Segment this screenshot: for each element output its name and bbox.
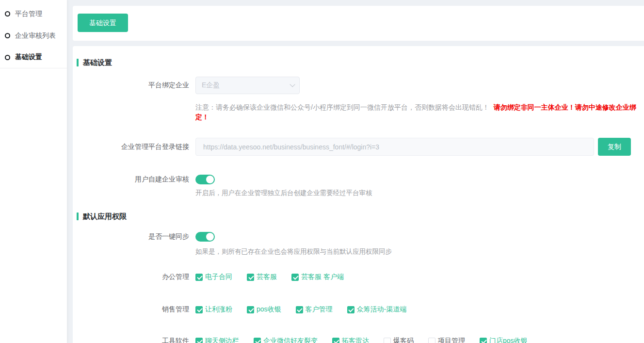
app-checkbox-label: 芸客服 bbox=[257, 273, 277, 281]
selected-company-value: E企盈 bbox=[202, 81, 290, 90]
sidebar-item-1[interactable]: 企业审核列表 bbox=[0, 25, 67, 47]
user-audit-label: 用户自建企业审核 bbox=[73, 175, 189, 184]
app-checkbox-item[interactable]: 众筹活动-渠道端 bbox=[347, 305, 407, 314]
section-accent-bar bbox=[77, 212, 79, 220]
app-checkbox-label: 众筹活动-渠道端 bbox=[357, 305, 407, 314]
checkbox-checked-icon bbox=[195, 306, 203, 313]
platform-company-label: 平台绑定企业 bbox=[73, 81, 189, 90]
app-checkbox-label: 让利涨粉 bbox=[205, 305, 232, 314]
checkbox-checked-icon bbox=[195, 274, 203, 281]
section-title-basic: 基础设置 bbox=[77, 59, 644, 66]
login-link-label: 企业管理平台登录链接 bbox=[73, 143, 189, 151]
one-key-sync-hint: 如果是，则所有已存在企业也会将应用权限与当前默认应用权限同步 bbox=[195, 247, 644, 256]
sidebar-item-2[interactable]: 基础设置 bbox=[0, 47, 67, 68]
app-checkbox-item[interactable]: 芸客服 客户端 bbox=[291, 273, 344, 281]
sidebar-item-label: 基础设置 bbox=[15, 53, 42, 62]
checkbox-unchecked-icon bbox=[384, 338, 391, 343]
checkbox-checked-icon bbox=[195, 338, 203, 343]
app-checkbox-item[interactable]: pos收银 bbox=[247, 305, 281, 314]
toolbar-card: 基础设置 bbox=[73, 6, 644, 41]
checkbox-checked-icon bbox=[291, 274, 299, 281]
binding-warning-note: 注意：请务必确保该企业微信和公众号/小程序绑定到同一微信开放平台，否则数据将会出… bbox=[195, 102, 644, 122]
app-checkbox-item[interactable]: 拓客雷达 bbox=[332, 337, 369, 343]
permission-group-label: 工具软件 bbox=[73, 337, 189, 343]
app-checkbox-list: 让利涨粉pos收银客户管理众筹活动-渠道端 bbox=[195, 305, 406, 314]
app-checkbox-item[interactable]: 电子合同 bbox=[195, 273, 232, 281]
platform-company-select[interactable]: E企盈 bbox=[195, 77, 300, 94]
app-checkbox-label: 聊天侧边栏 bbox=[205, 337, 239, 343]
app-checkbox-label: pos收银 bbox=[257, 305, 281, 314]
section-accent-bar bbox=[77, 59, 79, 66]
app-checkbox-list: 聊天侧边栏企业微信好友裂变拓客雷达爆客码项目管理门店pos收银 bbox=[195, 337, 528, 343]
checkbox-checked-icon bbox=[254, 338, 261, 343]
app-checkbox-label: 芸客服 客户端 bbox=[301, 273, 344, 281]
app-checkbox-item[interactable]: 项目管理 bbox=[428, 337, 465, 343]
app-checkbox-label: 爆客码 bbox=[393, 337, 414, 343]
section-title-permissions: 默认应用权限 bbox=[77, 212, 644, 220]
radio-circle-icon bbox=[5, 33, 10, 38]
user-audit-hint: 开启后，用户在企业管理独立后台创建企业需要经过平台审核 bbox=[195, 189, 644, 197]
app-checkbox-label: 拓客雷达 bbox=[342, 337, 369, 343]
one-key-sync-toggle[interactable] bbox=[195, 232, 215, 242]
permission-group-row: 工具软件聊天侧边栏企业微信好友裂变拓客雷达爆客码项目管理门店pos收银 bbox=[73, 336, 644, 343]
checkbox-checked-icon bbox=[332, 338, 339, 343]
login-link-row: 企业管理平台登录链接 复制 bbox=[73, 138, 644, 156]
app-checkbox-item[interactable]: 客户管理 bbox=[296, 305, 333, 314]
permission-group-row: 销售管理让利涨粉pos收银客户管理众筹活动-渠道端 bbox=[73, 305, 644, 314]
user-audit-toggle[interactable] bbox=[195, 175, 215, 184]
checkbox-checked-icon bbox=[247, 274, 254, 281]
basic-settings-tab-button[interactable]: 基础设置 bbox=[78, 14, 128, 32]
sidebar-item-label: 企业审核列表 bbox=[15, 32, 56, 40]
permission-group-label: 销售管理 bbox=[73, 305, 189, 314]
app-checkbox-item[interactable]: 爆客码 bbox=[384, 337, 414, 343]
sidebar-nav: 平台管理 企业审核列表 基础设置 bbox=[0, 0, 67, 343]
app-checkbox-item[interactable]: 门店pos收银 bbox=[480, 337, 528, 343]
permission-groups: 办公管理电子合同芸客服芸客服 客户端销售管理让利涨粉pos收银客户管理众筹活动-… bbox=[73, 272, 644, 343]
radio-circle-icon bbox=[5, 11, 10, 16]
checkbox-unchecked-icon bbox=[428, 338, 435, 343]
platform-company-row: 平台绑定企业 E企盈 bbox=[73, 77, 644, 94]
app-checkbox-label: 电子合同 bbox=[205, 273, 232, 281]
checkbox-checked-icon bbox=[296, 306, 303, 313]
checkbox-checked-icon bbox=[480, 338, 487, 343]
radio-circle-icon bbox=[5, 55, 10, 60]
app-checkbox-label: 项目管理 bbox=[438, 337, 465, 343]
one-key-sync-label: 是否一键同步 bbox=[73, 232, 189, 241]
app-checkbox-label: 客户管理 bbox=[306, 305, 333, 314]
checkbox-checked-icon bbox=[247, 306, 254, 313]
copy-button[interactable]: 复制 bbox=[598, 138, 631, 156]
app-checkbox-item[interactable]: 芸客服 bbox=[247, 273, 277, 281]
sidebar-item-label: 平台管理 bbox=[15, 10, 42, 18]
settings-card: 基础设置 平台绑定企业 E企盈 注意：请务必确保该企业微信和公众号/小程序绑定到… bbox=[73, 46, 644, 343]
checkbox-checked-icon bbox=[347, 306, 354, 313]
permission-group-row: 办公管理电子合同芸客服芸客服 客户端 bbox=[73, 272, 644, 282]
sidebar-item-0[interactable]: 平台管理 bbox=[0, 3, 67, 25]
toggle-knob bbox=[206, 233, 214, 241]
app-checkbox-item[interactable]: 让利涨粉 bbox=[195, 305, 232, 314]
app-checkbox-item[interactable]: 聊天侧边栏 bbox=[195, 337, 239, 343]
user-audit-row: 用户自建企业审核 bbox=[73, 175, 644, 184]
app-checkbox-item[interactable]: 企业微信好友裂变 bbox=[254, 337, 318, 343]
app-checkbox-label: 企业微信好友裂变 bbox=[263, 337, 318, 343]
chevron-down-icon bbox=[290, 82, 295, 87]
toggle-knob bbox=[206, 176, 214, 183]
permission-group-label: 办公管理 bbox=[73, 273, 189, 281]
login-link-input[interactable] bbox=[195, 138, 594, 156]
app-checkbox-label: 门店pos收银 bbox=[489, 337, 528, 343]
one-key-sync-row: 是否一键同步 bbox=[73, 232, 644, 242]
app-checkbox-list: 电子合同芸客服芸客服 客户端 bbox=[195, 273, 344, 281]
